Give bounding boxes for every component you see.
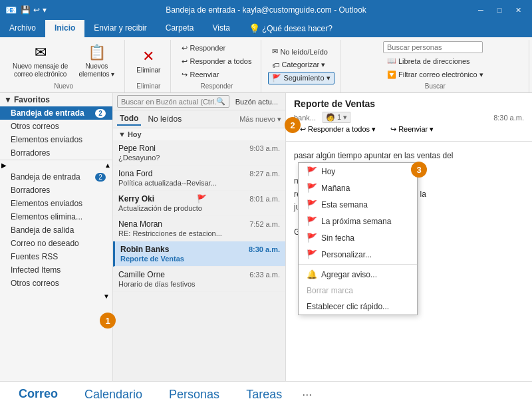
flag-icon: 🚩 — [272, 74, 281, 82]
collapse-icon[interactable]: ▼ — [118, 130, 126, 138]
flag-no-date-icon: 🚩 — [307, 233, 317, 243]
forward-icon: ↪ — [182, 70, 188, 79]
reply-button[interactable]: ↩ Responder — [178, 42, 255, 55]
delete-button[interactable]: ✕ Eliminar — [132, 46, 165, 76]
recipients-badge: 🧑 1 ▾ — [323, 112, 350, 123]
new-email-button[interactable]: ✉ Nuevo mensaje decorreo electrónico — [8, 42, 72, 80]
tab-carpeta[interactable]: Carpeta — [156, 20, 203, 37]
ribbon-group-nuevo: ✉ Nuevo mensaje decorreo electrónico 📋 N… — [3, 40, 125, 92]
search-people-input[interactable] — [383, 41, 483, 53]
email-row[interactable]: Nena Moran 7:52 a.m. RE: Restricciones d… — [113, 216, 285, 241]
dropdown-tomorrow[interactable]: 🚩 Mañana — [299, 180, 417, 196]
email-group-today: ▼ Hoy — [113, 128, 285, 140]
email-row[interactable]: Camille Orne 6:33 a.m. Horario de días f… — [113, 267, 285, 292]
sidebar-item-infected-items[interactable]: Infected Items — [0, 263, 112, 277]
sidebar-item-bandeja-salida[interactable]: Bandeja de salida — [0, 223, 112, 237]
buscar-label: Buscar — [425, 82, 446, 91]
nav-calendario[interactable]: Calendario — [72, 384, 154, 399]
email-row[interactable]: Kerry Oki 🚩 8:01 a.m. Actualización de p… — [113, 191, 285, 216]
email-row[interactable]: Robin Banks 8:30 a.m. Reporte de Ventas — [113, 241, 285, 267]
reply-all-button[interactable]: ↩ Responder a todos — [178, 55, 255, 68]
dropdown-this-week[interactable]: 🚩 Esta semana — [299, 196, 417, 213]
minimize-button[interactable]: ─ — [472, 3, 489, 17]
search-icon: 🔍 — [216, 97, 225, 106]
address-book-icon: 📖 — [387, 57, 396, 65]
tab-vista[interactable]: Vista — [203, 20, 239, 37]
account-scroll-down[interactable]: ▼ — [103, 293, 110, 300]
reply-all-action-button[interactable]: ↩ Responder a todos ▾ — [294, 123, 382, 136]
tab-enviar[interactable]: Enviar y recibir — [84, 20, 156, 37]
filter-email-button[interactable]: 🔽 Filtrar correo electrónico ▾ — [383, 68, 487, 81]
window-controls: ─ □ ✕ — [472, 3, 527, 17]
step-badge-1: 1 — [100, 313, 116, 329]
dropdown-next-week[interactable]: 🚩 La próxima semana — [299, 213, 417, 229]
maximize-button[interactable]: □ — [491, 3, 508, 17]
sidebar-item-inbox-account[interactable]: Bandeja de entrada 2 — [0, 170, 112, 184]
favorites-header[interactable]: ▼ Favoritos — [0, 93, 112, 106]
tab-help[interactable]: 💡 ¿Qué desea hacer? — [239, 20, 342, 37]
sidebar-item-correo-no-deseado[interactable]: Correo no deseado — [0, 237, 112, 250]
unread-icon: ✉ — [272, 47, 278, 56]
new-items-button[interactable]: 📋 Nuevoselementos ▾ — [74, 42, 119, 80]
followup-button[interactable]: 🚩 Seguimiento ▾ — [268, 72, 334, 84]
buscar-buttons: 📖 Libreta de direcciones 🔽 Filtrar corre… — [383, 41, 487, 81]
eliminar-label: Eliminar — [136, 82, 160, 91]
flags-buttons: ✉ No leído/Leído 🏷 Categorizar ▾ 🚩 Segui… — [268, 41, 334, 88]
email-row[interactable]: Pepe Roni 9:03 a.m. ¿Desayuno? — [113, 140, 285, 166]
nav-tareas[interactable]: Tareas — [234, 384, 294, 399]
dropdown-no-date[interactable]: 🚩 Sin fecha — [299, 229, 417, 246]
sidebar-item-eliminados-account[interactable]: Elementos elimina... — [0, 210, 112, 223]
filter-all[interactable]: Todo — [117, 112, 141, 126]
forward-action-button[interactable]: ↪ Reenviar ▾ — [384, 123, 440, 136]
reading-header: Reporte de Ventas bank... 🧑 1 ▾ 8:30 a.m… — [286, 93, 532, 142]
dropdown-set-quick-click[interactable]: Establecer clic rápido... — [299, 299, 417, 315]
dropdown-add-reminder[interactable]: 🔔 Agregar aviso... — [299, 266, 417, 283]
ribbon-tabs: Archivo Inicio Enviar y recibir Carpeta … — [0, 20, 532, 37]
responder-buttons: ↩ Responder ↩ Responder a todos ↪ Reenvi… — [178, 41, 255, 81]
app-icon: 📧 — [5, 5, 17, 15]
nuevo-label: Nuevo — [54, 82, 73, 91]
filter-unread[interactable]: No leídos — [145, 113, 184, 125]
flag-today-icon: 🚩 — [307, 166, 317, 176]
email-items: ▼ Hoy Pepe Roni 9:03 a.m. ¿Desayuno? Ion… — [113, 128, 285, 381]
dropdown-today[interactable]: 🚩 Hoy — [299, 163, 417, 180]
tab-archivo[interactable]: Archivo — [0, 20, 45, 37]
sidebar-item-otros-account[interactable]: Otros correos — [0, 277, 112, 290]
sidebar-item-inbox-favorites[interactable]: Bandeja de entrada 2 — [0, 106, 112, 120]
sidebar-item-borradores-account[interactable]: Borradores — [0, 184, 112, 197]
ribbon-content: ✉ Nuevo mensaje decorreo electrónico 📋 N… — [0, 37, 532, 93]
nav-correo[interactable]: Correo — [7, 383, 70, 399]
sidebar-item-fuentes-rss[interactable]: Fuentes RSS — [0, 250, 112, 263]
delete-icon: ✕ — [142, 48, 154, 65]
dropdown-customize[interactable]: 🚩 Personalizar... — [299, 246, 417, 263]
email-list-toolbar: 🔍 Buzón actu... — [113, 93, 285, 110]
sidebar-item-enviados-account[interactable]: Elementos enviados — [0, 197, 112, 210]
sidebar-item-enviados-favorites[interactable]: Elementos enviados — [0, 133, 112, 146]
responder-label: Responder — [200, 82, 233, 91]
tab-inicio[interactable]: Inicio — [45, 20, 84, 37]
account-scroll-up[interactable]: ▲ — [104, 162, 111, 169]
email-row[interactable]: Iona Ford 8:27 a.m. Política actualizada… — [113, 166, 285, 191]
nav-more-button[interactable]: ··· — [297, 384, 317, 399]
email-search-box[interactable]: 🔍 — [117, 95, 229, 108]
nuevo-buttons: ✉ Nuevo mensaje decorreo electrónico 📋 N… — [8, 41, 119, 81]
categorize-button[interactable]: 🏷 Categorizar ▾ — [268, 59, 334, 71]
close-button[interactable]: ✕ — [509, 3, 527, 17]
buzon-button[interactable]: Buzón actu... — [232, 96, 281, 107]
email-search-input[interactable] — [121, 98, 216, 106]
unread-button[interactable]: ✉ No leído/Leído — [268, 45, 334, 58]
title-bar: 📧 💾 ↩ ▾ Bandeja de entrada - kayla@custo… — [0, 0, 532, 20]
nav-personas[interactable]: Personas — [157, 384, 231, 399]
step-badge-3: 3 — [411, 162, 427, 178]
filter-sort-dropdown[interactable]: Más nuevo ▾ — [239, 115, 281, 124]
flags-stack: ✉ No leído/Leído 🏷 Categorizar ▾ 🚩 Segui… — [268, 45, 334, 84]
account-expand-icon[interactable]: ▶ — [1, 162, 7, 169]
window-title: Bandeja de entrada - kayla@customguide.c… — [166, 5, 366, 15]
sidebar-item-borradores-favorites[interactable]: Borradores — [0, 146, 112, 160]
flag-this-week-icon: 🚩 — [307, 200, 317, 209]
sidebar-item-otros-favorites[interactable]: Otros correos — [0, 120, 112, 133]
email-list: 🔍 Buzón actu... Todo No leídos Más nuevo… — [113, 93, 286, 381]
address-book-button[interactable]: 📖 Libreta de direcciones — [383, 55, 487, 67]
dropdown-clear-flag: Borrar marca — [299, 283, 417, 299]
forward-button[interactable]: ↪ Reenviar — [178, 68, 255, 81]
